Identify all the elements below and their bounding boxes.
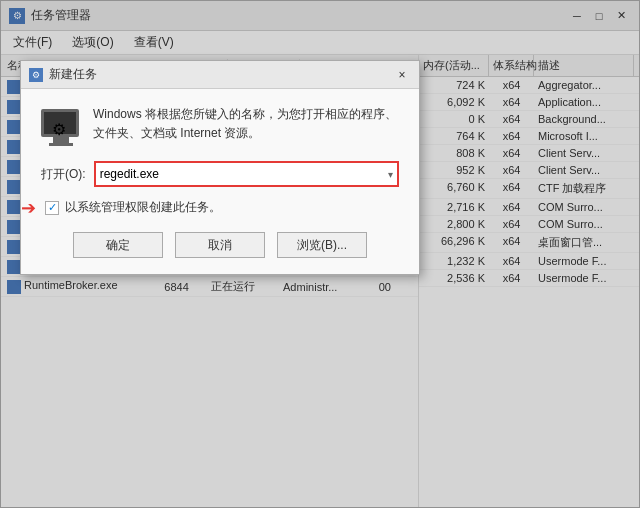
browse-button[interactable]: 浏览(B)... [277,232,367,258]
dialog-input-wrap[interactable]: ▾ [94,161,399,187]
dropdown-arrow-icon[interactable]: ▾ [388,169,393,180]
dialog-checkbox-row: ➔ 以系统管理权限创建此任务。 [45,199,399,216]
admin-checkbox[interactable] [45,201,59,215]
arrow-indicator-icon: ➔ [21,197,36,219]
dialog-monitor-icon: ⚙ [41,105,81,145]
dialog-icon: ⚙ [29,68,43,82]
dialog-body: ⚙ Windows 将根据您所键入的名称，为您打开相应的程序、 文件夹、文档或 … [21,89,419,274]
dialog-title-left: ⚙ 新建任务 [29,66,97,83]
dialog-title-bar: ⚙ 新建任务 × [21,61,419,89]
gear-icon: ⚙ [52,120,66,139]
dialog-desc-text: Windows 将根据您所键入的名称，为您打开相应的程序、 文件夹、文档或 In… [93,105,399,143]
dialog-overlay: ⚙ 新建任务 × ⚙ Windows 将根据您所键入的名称，为您打开 [0,0,640,508]
dialog-title-text: 新建任务 [49,66,97,83]
confirm-button[interactable]: 确定 [73,232,163,258]
dialog-open-row: 打开(O): ▾ [41,161,399,187]
dialog-buttons: 确定 取消 浏览(B)... [41,232,399,258]
monitor-shape: ⚙ [41,109,79,137]
cancel-button[interactable]: 取消 [175,232,265,258]
new-task-dialog: ⚙ 新建任务 × ⚙ Windows 将根据您所键入的名称，为您打开 [20,60,420,275]
open-label: 打开(O): [41,166,86,183]
dialog-description: ⚙ Windows 将根据您所键入的名称，为您打开相应的程序、 文件夹、文档或 … [41,105,399,145]
checkbox-label: 以系统管理权限创建此任务。 [65,199,221,216]
monitor-base [49,143,73,146]
open-input[interactable] [100,167,388,181]
dialog-close-button[interactable]: × [393,66,411,84]
